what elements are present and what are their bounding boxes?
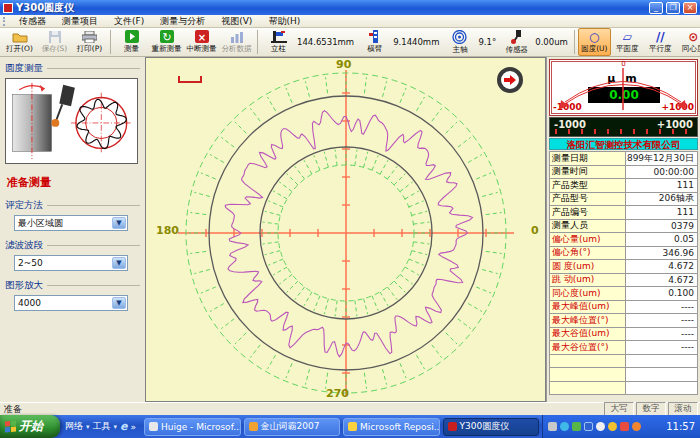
mode-flatness-button[interactable]: ▱ 平面度: [611, 28, 644, 56]
menu-file[interactable]: 文件(F): [106, 15, 152, 28]
quick-tools-menu[interactable]: 工具: [93, 420, 111, 433]
chevron-down-icon[interactable]: ▾: [86, 423, 90, 431]
column-value: 144.6531mm: [297, 37, 354, 47]
spindle-button[interactable]: 主轴: [442, 28, 477, 56]
start-button[interactable]: 开始: [0, 415, 60, 438]
tray-icon[interactable]: [608, 422, 617, 431]
gauge-value-display: 0.00: [588, 87, 660, 103]
roundness-circle-icon: ○: [589, 31, 599, 44]
mode-concentricity-button[interactable]: ⊙ 同心度: [677, 28, 700, 56]
title-bar: Y300圆度仪 _ ❐ ×: [0, 0, 700, 15]
internet-explorer-icon[interactable]: e: [120, 420, 127, 433]
menu-sensor[interactable]: 传感器: [11, 15, 54, 28]
open-button[interactable]: 打开(O): [2, 28, 37, 56]
sensor-button[interactable]: 传感器: [499, 28, 534, 56]
menu-bar: 传感器 测量项目 文件(F) 测量与分析 视图(V) 帮助(H): [0, 15, 700, 28]
eval-method-select[interactable]: 最小区域圆 ▼: [14, 215, 128, 231]
svg-text:↻: ↻: [162, 31, 171, 44]
scroll-indicator: 滚动: [668, 402, 698, 416]
go-arrow-button[interactable]: [497, 67, 523, 93]
clock: 11:57: [666, 421, 695, 432]
gauge-min-label: -1000: [553, 102, 582, 112]
results-panel: 0 µ m 0.00 -1000 +1000 -1000 +1000 洛阳汇智测…: [546, 57, 700, 402]
axis-label-0: 0: [531, 224, 539, 237]
tray-icon[interactable]: [596, 422, 605, 431]
left-panel: 圆度测量 准备测量 评定方法 最小区域圆 ▼ 滤波波段 2~50 ▼ 图形放大 …: [0, 57, 145, 402]
column-axis-button[interactable]: 立柱: [261, 28, 296, 56]
menu-view[interactable]: 视图(V): [213, 15, 260, 28]
task-microsoft[interactable]: Microsoft Reposi...: [343, 418, 440, 436]
task-huige[interactable]: Huige - Microsof...: [144, 418, 241, 436]
tray-icon[interactable]: [572, 422, 581, 431]
table-row: 产品编号111: [550, 206, 698, 220]
toolbar-separator: [110, 30, 111, 54]
task-y300-active[interactable]: Y300圆度仪: [443, 418, 540, 436]
chevron-down-icon[interactable]: ▾: [114, 423, 118, 431]
quick-network-menu[interactable]: 网络: [65, 420, 83, 433]
minimize-button[interactable]: _: [649, 2, 663, 14]
graph-zoom-select[interactable]: 4000 ▼: [14, 295, 128, 311]
group-roundness-measure: 圆度测量: [5, 62, 140, 75]
menu-help[interactable]: 帮助(H): [260, 15, 308, 28]
tray-icon[interactable]: [632, 422, 641, 431]
group-eval-method: 评定方法: [5, 199, 140, 212]
redo-icon: ↻: [160, 30, 174, 43]
print-button[interactable]: 打印(P): [72, 28, 107, 56]
table-row: 偏心角(°)346.96: [550, 247, 698, 261]
arm-axis-button[interactable]: 横臂: [357, 28, 392, 56]
table-row: 测量人员0379: [550, 220, 698, 234]
interrupt-button[interactable]: × 中断测量: [184, 28, 219, 56]
save-button: 保存(S): [37, 28, 72, 56]
app-icon: [3, 3, 13, 13]
table-row: 同心度(um)0.100: [550, 287, 698, 301]
mode-parallelism-button[interactable]: // 平行度: [644, 28, 677, 56]
close-button[interactable]: ×: [683, 2, 697, 14]
menu-measure-analyze[interactable]: 测量与分析: [152, 15, 213, 28]
chevron-down-icon[interactable]: ▼: [112, 217, 126, 229]
measure-button[interactable]: 测量: [114, 28, 149, 56]
axis-label-180: 180: [156, 224, 179, 237]
table-row: 产品型号206轴承: [550, 193, 698, 207]
table-row: [550, 355, 698, 369]
table-row: [550, 382, 698, 396]
chevron-down-icon[interactable]: ▼: [112, 257, 126, 269]
arm-value: 9.1440mm: [393, 37, 439, 47]
floppy-icon: [49, 31, 61, 43]
app-icon: [249, 422, 258, 431]
svg-text:×: ×: [197, 32, 205, 43]
windows-logo-icon: [5, 420, 16, 432]
quick-launch: 网络 ▾ 工具 ▾ e »: [60, 420, 141, 433]
measurement-illustration: [5, 78, 138, 164]
tray-icon[interactable]: [560, 422, 569, 431]
table-row: 最大谷位置(°)----: [550, 341, 698, 355]
remeasure-button[interactable]: ↻ 重新测量: [149, 28, 184, 56]
level-bar: -1000 +1000: [549, 117, 698, 137]
concentricity-dot-icon: ⊙: [688, 31, 698, 44]
polar-chart-area: 90 180 0 270: [145, 57, 546, 402]
mode-roundness-button[interactable]: ○ 圆度(U): [578, 28, 611, 56]
folder-open-icon: [12, 31, 28, 43]
window-title: Y300圆度仪: [16, 1, 646, 15]
menu-measure-items[interactable]: 测量项目: [54, 15, 106, 28]
task-ciba[interactable]: 金山词霸2007: [244, 418, 341, 436]
level-ticks: [555, 129, 692, 134]
probe-icon: [510, 30, 523, 44]
tray-icon[interactable]: [584, 422, 593, 431]
axis-label-270: 270: [326, 387, 349, 400]
group-graph-zoom: 图形放大: [5, 279, 140, 292]
restore-button[interactable]: ❐: [666, 2, 680, 14]
tray-icon[interactable]: [548, 422, 557, 431]
bar-chart-icon: [230, 31, 244, 43]
chevron-down-icon[interactable]: ▼: [112, 297, 126, 309]
roundness-polar-plot: [146, 58, 545, 401]
overflow-chevron-icon[interactable]: »: [131, 422, 137, 432]
table-row: 圆 度(um)4.672: [550, 260, 698, 274]
tray-icon[interactable]: [620, 422, 629, 431]
table-row: 最大峰位置(°)----: [550, 314, 698, 328]
table-row: 偏心量(um)0.05: [550, 233, 698, 247]
app-icon: [149, 422, 158, 431]
caps-indicator: 大写: [604, 402, 634, 416]
filter-band-select[interactable]: 2~50 ▼: [14, 255, 128, 271]
table-row: 测量日期1899年12月30日: [550, 152, 698, 166]
play-icon: [125, 30, 139, 43]
